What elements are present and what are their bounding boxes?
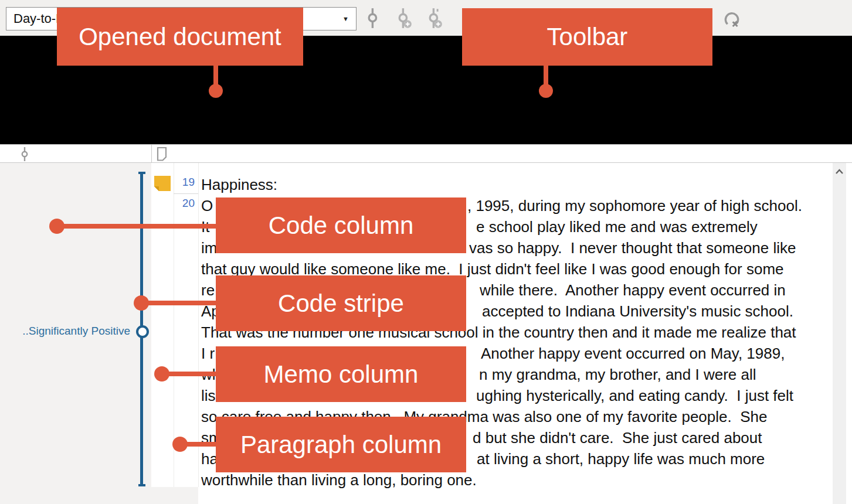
paragraph-number[interactable]: 20 <box>171 197 195 210</box>
text-line-continuation: d but she didn't care. She just cared ab… <box>473 427 762 448</box>
connector-dot-memo-column <box>154 366 169 382</box>
text-line: lis <box>201 385 216 406</box>
memo-column-header-icon[interactable] <box>157 147 167 161</box>
code-name-label[interactable]: ..Significantly Positive <box>6 325 130 338</box>
callout-paragraph-column: Paragraph column <box>216 417 466 472</box>
text-line-continuation: Another happy event occurred on May, 198… <box>481 343 785 364</box>
code-new-icon[interactable] <box>393 7 414 29</box>
text-line: Happiness: <box>201 174 277 195</box>
scrollbar-up-arrow-icon[interactable] <box>835 169 844 175</box>
connector-dot-opened-document <box>209 84 223 98</box>
chevron-down-icon: ▼ <box>342 15 349 22</box>
vertical-scrollbar[interactable] <box>833 163 846 504</box>
connector-dot-paragraph-column <box>172 437 188 452</box>
text-line-continuation: e school play liked me and was extremely <box>476 216 758 237</box>
text-line-continuation: vas so happy. I never thought that someo… <box>469 237 796 258</box>
text-line-continuation: while there. Another happy event occurre… <box>480 280 786 301</box>
text-line-continuation: n my grandma, my brother, and I were all <box>479 364 756 385</box>
callout-opened-document: Opened document <box>57 8 303 66</box>
code-icon[interactable] <box>362 7 383 29</box>
recode-remove-icon[interactable] <box>721 7 742 29</box>
text-line: re <box>201 280 215 301</box>
coding-stripe-bottom-cap <box>138 484 145 486</box>
column-header-divider <box>151 145 152 162</box>
text-line: im <box>201 237 217 258</box>
callout-memo-column: Memo column <box>216 346 466 402</box>
callout-toolbar: Toolbar <box>462 8 712 66</box>
connector-memo-column <box>162 372 216 376</box>
code-in-vivo-icon[interactable] <box>423 7 444 29</box>
window-right-margin <box>846 163 852 504</box>
connector-dot-code-column <box>49 219 65 234</box>
text-line-continuation: , 1995, during my sophomore year of high… <box>467 195 802 216</box>
callout-code-column: Code column <box>216 197 466 253</box>
memo-icon[interactable] <box>154 175 171 192</box>
text-line: worthwhile than living a long, boring on… <box>201 469 477 491</box>
text-line-continuation: accepted to Indiana University's music s… <box>482 301 793 322</box>
paragraph-text-column-divider <box>198 163 199 487</box>
text-line-continuation: at living a short, happy life was much m… <box>477 448 765 469</box>
coding-stripe-top-cap <box>138 172 145 174</box>
connector-code-stripe <box>141 301 216 305</box>
coding-stripe-code-symbol[interactable] <box>136 325 149 338</box>
connector-code-column <box>57 224 216 229</box>
connector-dot-code-stripe <box>134 295 149 311</box>
callout-code-stripe: Code stripe <box>216 275 466 331</box>
paragraph-cell-divider <box>174 193 198 194</box>
text-line: O <box>201 195 213 216</box>
paragraph-number[interactable]: 19 <box>171 176 195 189</box>
coding-stripe-column-header-icon[interactable] <box>20 147 29 161</box>
column-header-row <box>0 144 852 163</box>
connector-dot-toolbar <box>539 84 553 98</box>
screenshot-root: Document Browser: Kelly 100% Day-to-Day … <box>0 0 852 504</box>
text-line-continuation: ughing hysterically, and eating candy. I… <box>476 385 793 406</box>
text-line: I r <box>201 343 215 364</box>
